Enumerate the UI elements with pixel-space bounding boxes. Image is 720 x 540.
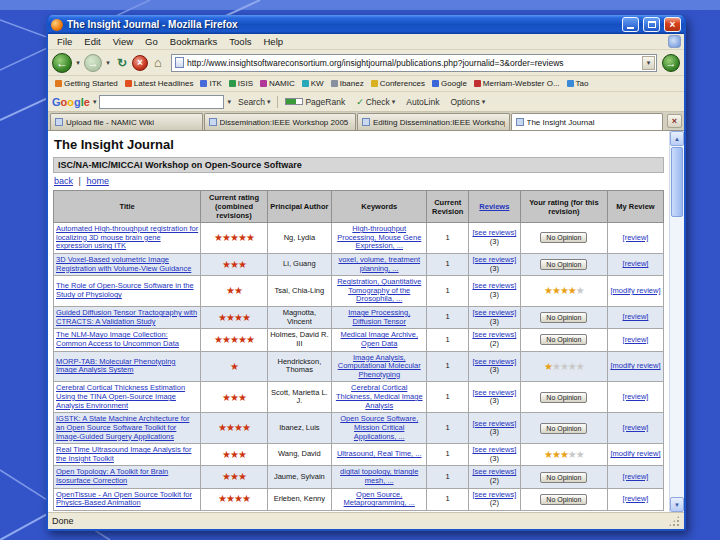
google-logo-dropdown-icon[interactable]: ▾: [93, 98, 97, 106]
paper-title-link[interactable]: Guided Diffusion Tensor Tractography wit…: [56, 308, 197, 326]
bookmark-item[interactable]: NAMIC: [257, 79, 298, 88]
menu-item-go[interactable]: Go: [139, 35, 164, 48]
paper-title-link[interactable]: The NLM-Mayo Image Collection: Common Ac…: [56, 330, 179, 348]
google-logo[interactable]: Google: [52, 96, 90, 108]
options-button[interactable]: Options ▾: [446, 97, 489, 107]
keywords-link[interactable]: digital topology, triangle mesh, ...: [340, 467, 418, 485]
no-opinion-button[interactable]: No Opinion: [540, 472, 587, 483]
keywords-link[interactable]: Image Processing, Diffusion Tensor: [348, 308, 410, 326]
back-link[interactable]: back: [54, 176, 73, 186]
back-button[interactable]: ←: [52, 53, 72, 73]
menu-item-bookmarks[interactable]: Bookmarks: [164, 35, 224, 48]
scroll-down-button[interactable]: ▼: [670, 497, 684, 512]
tab-3[interactable]: Editing Dissemination:IEEE Workshop 200.…: [357, 113, 510, 130]
bookmark-item[interactable]: Conferences: [368, 79, 428, 88]
minimize-button[interactable]: [622, 17, 639, 32]
paper-title-link[interactable]: 3D Voxel-Based volumetric Image Registra…: [56, 255, 191, 273]
paper-title-link[interactable]: Real Time Ultrasound Image Analysis for …: [56, 445, 191, 463]
my-review-link[interactable]: [modify review]: [610, 449, 660, 458]
bookmark-item[interactable]: Google: [429, 79, 470, 88]
google-search-history-icon[interactable]: ▾: [227, 98, 231, 106]
bookmark-item[interactable]: ISIS: [226, 79, 256, 88]
close-window-button[interactable]: ×: [664, 17, 681, 32]
pagerank-indicator[interactable]: PageRank: [281, 97, 349, 107]
keywords-link[interactable]: High-throughput Processing, Mouse Gene E…: [337, 224, 421, 250]
no-opinion-button[interactable]: No Opinion: [540, 334, 587, 345]
no-opinion-button[interactable]: No Opinion: [540, 259, 587, 270]
tab-2[interactable]: Dissemination:IEEE Workshop 2005 - NA...: [204, 113, 357, 130]
bookmark-item[interactable]: Ibanez: [328, 79, 367, 88]
my-review-link[interactable]: [review]: [623, 312, 649, 321]
close-tab-button[interactable]: ×: [667, 114, 682, 128]
paper-title-link[interactable]: Automated High-throughput registration f…: [56, 224, 198, 250]
no-opinion-button[interactable]: No Opinion: [540, 494, 587, 505]
tab-1[interactable]: Upload file - NAMIC Wiki: [50, 113, 203, 130]
reload-button[interactable]: ↻: [114, 55, 130, 71]
menu-item-view[interactable]: View: [107, 35, 139, 48]
bookmark-item[interactable]: Latest Headlines: [122, 79, 197, 88]
star-icon: ★: [222, 392, 230, 403]
no-opinion-button[interactable]: No Opinion: [540, 232, 587, 243]
url-history-dropdown[interactable]: ▾: [642, 56, 655, 70]
my-review-link[interactable]: [review]: [623, 423, 649, 432]
paper-title-link[interactable]: The Role of Open-Source Software in the …: [56, 281, 194, 299]
spellcheck-button[interactable]: ✓ Check ▾: [352, 97, 399, 107]
stop-button[interactable]: ×: [132, 55, 148, 71]
column-header[interactable]: Reviews: [468, 191, 520, 223]
forward-dropdown-icon[interactable]: ▾: [104, 59, 112, 67]
my-review-link[interactable]: [review]: [623, 233, 649, 242]
keywords-link[interactable]: voxel, volume, treatment planning, ...: [338, 255, 420, 273]
window-titlebar[interactable]: The Insight Journal - Mozilla Firefox ×: [48, 15, 684, 34]
keywords-link[interactable]: Ultrasound, Real Time, ...: [337, 449, 422, 458]
vertical-scrollbar[interactable]: ▲ ▼: [669, 131, 684, 512]
my-review-link[interactable]: [modify review]: [610, 361, 660, 370]
resize-grip[interactable]: [668, 515, 680, 527]
menu-item-tools[interactable]: Tools: [223, 35, 257, 48]
forward-button[interactable]: →: [84, 54, 102, 72]
bookmark-item[interactable]: ITK: [197, 79, 224, 88]
home-button[interactable]: ⌂: [150, 55, 166, 71]
keywords-link[interactable]: Registration, Quantitative Tomography of…: [337, 277, 421, 303]
menu-item-edit[interactable]: Edit: [78, 35, 106, 48]
keywords-link[interactable]: Medical Image Archive, Open Data: [340, 330, 418, 348]
no-opinion-button[interactable]: No Opinion: [540, 312, 587, 323]
keywords-link[interactable]: Open Source, Metaprogramming, ...: [344, 490, 415, 508]
current-rating-cell: ★★★★: [201, 413, 267, 444]
bookmark-item[interactable]: Tao: [564, 79, 592, 88]
reviews-cell: [see reviews] (3): [468, 253, 520, 275]
my-review-link[interactable]: [review]: [623, 392, 649, 401]
paper-title-link[interactable]: Cerebral Cortical Thickness Estimation U…: [56, 383, 185, 409]
no-opinion-button[interactable]: No Opinion: [540, 392, 587, 403]
keywords-link[interactable]: Image Analysis, Computational Molecular …: [338, 353, 421, 379]
menu-item-help[interactable]: Help: [258, 35, 290, 48]
my-review-link[interactable]: [review]: [623, 494, 649, 503]
no-opinion-button[interactable]: No Opinion: [540, 423, 587, 434]
google-search-input[interactable]: [99, 95, 224, 109]
paper-title-link[interactable]: IGSTK: A State Machine Architecture for …: [56, 414, 189, 440]
paper-title-link[interactable]: Open Topology: A Toolkit for Brain Isosu…: [56, 467, 168, 485]
back-dropdown-icon[interactable]: ▾: [74, 59, 82, 67]
paper-title-link[interactable]: MORP-TAB: Molecular Phenotyping Image An…: [56, 357, 176, 375]
bookmark-item[interactable]: Getting Started: [52, 79, 121, 88]
reviews-count: (3): [490, 454, 499, 463]
bookmark-item[interactable]: Merriam-Webster O...: [471, 79, 563, 88]
keywords-link[interactable]: Cerebral Cortical Thickness, Medical Ima…: [336, 383, 423, 409]
my-review-link[interactable]: [modify review]: [610, 286, 660, 295]
my-review-link[interactable]: [review]: [623, 472, 649, 481]
url-input[interactable]: [184, 58, 642, 68]
maximize-button[interactable]: [643, 17, 660, 32]
home-link[interactable]: home: [86, 176, 109, 186]
menu-item-file[interactable]: File: [51, 35, 78, 48]
my-review-link[interactable]: [review]: [623, 335, 649, 344]
autolink-button[interactable]: AutoLink: [402, 97, 443, 107]
paper-title-link[interactable]: OpenTissue - An Open Source Toolkit for …: [56, 490, 192, 508]
keywords-link[interactable]: Open Source Software, Mission Critical A…: [340, 414, 418, 440]
tab-4[interactable]: The Insight Journal: [511, 113, 664, 130]
bookmark-label: NAMIC: [269, 79, 295, 88]
go-button[interactable]: →: [662, 54, 680, 72]
scroll-up-button[interactable]: ▲: [670, 131, 684, 146]
my-review-link[interactable]: [review]: [623, 259, 649, 268]
google-search-button[interactable]: Search ▾: [234, 97, 274, 107]
bookmark-item[interactable]: KW: [299, 79, 327, 88]
scroll-thumb[interactable]: [671, 147, 683, 217]
